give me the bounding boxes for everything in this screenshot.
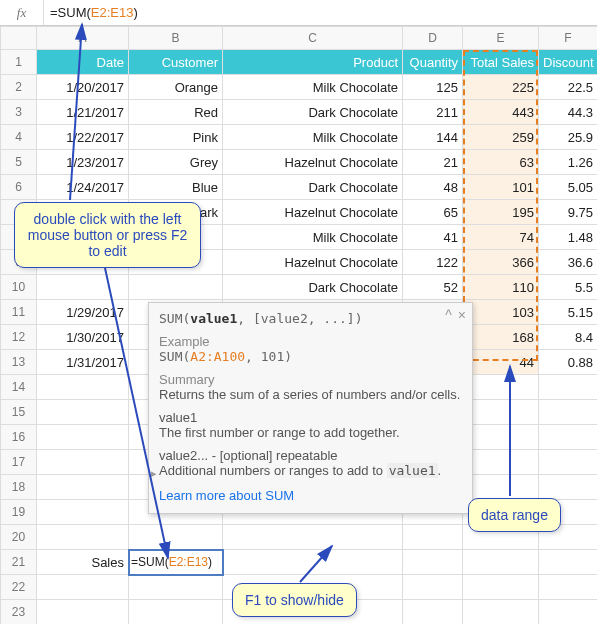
cell[interactable]: 225 [463, 75, 539, 100]
cell[interactable]: 1/20/2017 [37, 75, 129, 100]
cell[interactable]: Milk Chocolate [223, 125, 403, 150]
cell[interactable] [129, 600, 223, 625]
cell[interactable] [463, 450, 539, 475]
cell[interactable]: 110 [463, 275, 539, 300]
cell[interactable] [129, 275, 223, 300]
cell[interactable] [463, 550, 539, 575]
cell[interactable]: 41 [403, 225, 463, 250]
cell[interactable] [463, 425, 539, 450]
cell[interactable] [463, 400, 539, 425]
cell[interactable] [129, 575, 223, 600]
cell[interactable] [37, 450, 129, 475]
cell[interactable]: 443 [463, 100, 539, 125]
cell[interactable] [403, 600, 463, 625]
cell[interactable] [539, 425, 598, 450]
row-header[interactable]: 13 [1, 350, 37, 375]
header-discount[interactable]: Discount [539, 50, 598, 75]
cell[interactable]: 0.88 [539, 350, 598, 375]
formula-input[interactable]: =SUM(E2:E13) [44, 0, 597, 25]
cell[interactable] [223, 525, 403, 550]
cell[interactable]: Hazelnut Chocolate [223, 200, 403, 225]
cell[interactable]: 1.48 [539, 225, 598, 250]
cell[interactable]: 44 [463, 350, 539, 375]
collapse-arrow-icon[interactable]: ▸ [151, 467, 157, 480]
cell[interactable] [37, 600, 129, 625]
cell[interactable]: 65 [403, 200, 463, 225]
row-header[interactable]: 16 [1, 425, 37, 450]
cell[interactable] [463, 475, 539, 500]
cell[interactable]: Red [129, 100, 223, 125]
cell[interactable]: Hazelnut Chocolate [223, 250, 403, 275]
col-header-c[interactable]: C [223, 27, 403, 50]
cell[interactable] [37, 500, 129, 525]
cell[interactable]: 1/24/2017 [37, 175, 129, 200]
cell[interactable]: Pink [129, 125, 223, 150]
close-icon[interactable]: × [458, 307, 466, 323]
row-header[interactable]: 5 [1, 150, 37, 175]
cell[interactable]: 1/22/2017 [37, 125, 129, 150]
col-header-b[interactable]: B [129, 27, 223, 50]
cell[interactable]: Dark Chocolate [223, 100, 403, 125]
cell[interactable] [403, 525, 463, 550]
cell[interactable]: 52 [403, 275, 463, 300]
cell[interactable]: Blue [129, 175, 223, 200]
cell[interactable]: 211 [403, 100, 463, 125]
cell[interactable] [37, 275, 129, 300]
cell[interactable]: 63 [463, 150, 539, 175]
tooltip-controls[interactable]: ^ × [443, 307, 466, 323]
cell[interactable] [37, 375, 129, 400]
cell[interactable]: Milk Chocolate [223, 75, 403, 100]
row-header[interactable]: 1 [1, 50, 37, 75]
cell[interactable] [403, 575, 463, 600]
learn-more-link[interactable]: Learn more about SUM [159, 488, 294, 503]
row-header[interactable]: 18 [1, 475, 37, 500]
row-header[interactable]: 20 [1, 525, 37, 550]
col-header-a[interactable]: A [37, 27, 129, 50]
row-header[interactable]: 23 [1, 600, 37, 625]
cell[interactable]: Dark Chocolate [223, 275, 403, 300]
cell[interactable] [539, 450, 598, 475]
cell[interactable]: Dark Chocolate [223, 175, 403, 200]
cell[interactable]: 195 [463, 200, 539, 225]
cell[interactable] [463, 375, 539, 400]
cell[interactable]: 21 [403, 150, 463, 175]
cell[interactable] [463, 575, 539, 600]
cell[interactable] [129, 525, 223, 550]
cell[interactable]: 144 [403, 125, 463, 150]
cell[interactable] [37, 575, 129, 600]
cell[interactable] [37, 525, 129, 550]
cell[interactable] [539, 400, 598, 425]
cell[interactable] [539, 600, 598, 625]
cell[interactable] [539, 375, 598, 400]
row-header[interactable]: 11 [1, 300, 37, 325]
cell[interactable] [37, 400, 129, 425]
cell[interactable]: 1/21/2017 [37, 100, 129, 125]
cell[interactable]: 103 [463, 300, 539, 325]
cell[interactable]: 1/23/2017 [37, 150, 129, 175]
cell[interactable]: 122 [403, 250, 463, 275]
row-header[interactable]: 6 [1, 175, 37, 200]
header-quantity[interactable]: Quantity [403, 50, 463, 75]
cell[interactable]: 44.3 [539, 100, 598, 125]
row-header[interactable]: 4 [1, 125, 37, 150]
cell[interactable]: 168 [463, 325, 539, 350]
cell[interactable] [37, 425, 129, 450]
header-product[interactable]: Product [223, 50, 403, 75]
cell[interactable] [403, 550, 463, 575]
cell[interactable]: 5.05 [539, 175, 598, 200]
cell[interactable]: 101 [463, 175, 539, 200]
row-header[interactable]: 12 [1, 325, 37, 350]
cell[interactable] [539, 575, 598, 600]
cell[interactable]: 25.9 [539, 125, 598, 150]
col-header-f[interactable]: F [539, 27, 598, 50]
row-header[interactable]: 22 [1, 575, 37, 600]
cell[interactable]: 259 [463, 125, 539, 150]
cell[interactable]: 1.26 [539, 150, 598, 175]
col-header-d[interactable]: D [403, 27, 463, 50]
header-total-sales[interactable]: Total Sales [463, 50, 539, 75]
cell[interactable]: 74 [463, 225, 539, 250]
cell[interactable]: 1/31/2017 [37, 350, 129, 375]
active-formula-cell[interactable]: =SUM(E2:E13) [129, 550, 223, 575]
row-header[interactable]: 15 [1, 400, 37, 425]
cell[interactable] [463, 600, 539, 625]
